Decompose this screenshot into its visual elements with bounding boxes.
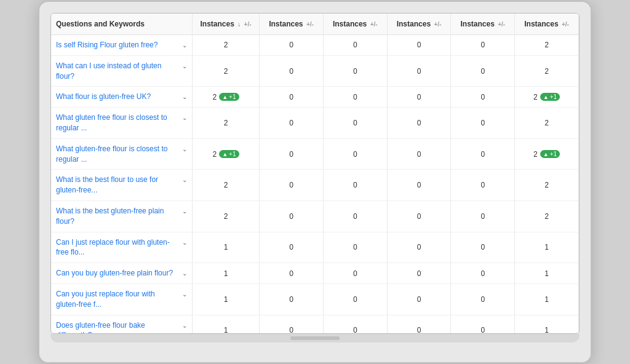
- instance-cell-6: 2: [515, 55, 579, 87]
- instance-cell-3: 0: [323, 87, 387, 108]
- instance-cell-5: 0: [451, 108, 515, 139]
- instance-cell-2: 0: [260, 263, 324, 284]
- header-instances-2[interactable]: Instances +/-: [260, 14, 324, 35]
- instance-cell-5: 0: [451, 263, 515, 284]
- instance-value: 2: [213, 93, 217, 101]
- instance-value: 2: [224, 41, 228, 49]
- chevron-down-icon[interactable]: ⌄: [182, 239, 187, 247]
- instance-value: 0: [289, 41, 293, 49]
- header-instances-4[interactable]: Instances +/-: [387, 14, 451, 35]
- table-row[interactable]: Does gluten-free flour bake differently?…: [51, 315, 579, 333]
- table-row[interactable]: Can you buy gluten-free plain flour?⌄100…: [51, 263, 579, 284]
- question-text: What gluten free flour is closest to reg…: [56, 113, 178, 133]
- chevron-down-icon[interactable]: ⌄: [182, 269, 187, 278]
- instance-cell-3: 0: [323, 138, 387, 170]
- question-cell[interactable]: Can you just replace flour with gluten-f…: [51, 283, 192, 315]
- question-cell[interactable]: Does gluten-free flour bake differently?…: [51, 315, 192, 333]
- instance-cell-6: 1: [515, 232, 579, 263]
- header-instances-6[interactable]: Instances +/-: [515, 14, 579, 35]
- instance-value: 0: [417, 67, 421, 76]
- header-instances-1[interactable]: Instances ↓ +/-: [192, 14, 259, 35]
- instance-value: 0: [353, 181, 357, 189]
- instance-value: 0: [289, 212, 293, 221]
- question-cell[interactable]: Can I just replace flour with gluten-fre…: [51, 232, 192, 263]
- header-instances-5[interactable]: Instances +/-: [451, 14, 515, 35]
- instance-cell-4: 0: [387, 35, 451, 56]
- question-cell[interactable]: What is the best gluten-free plain flour…: [51, 200, 192, 232]
- question-cell[interactable]: What gluten-free flour is closest to reg…: [51, 138, 192, 170]
- chevron-down-icon[interactable]: ⌄: [182, 41, 187, 50]
- instance-cell-3: 0: [323, 263, 387, 284]
- instance-value: 2: [544, 119, 549, 127]
- instance-value: 0: [480, 181, 485, 189]
- instance-value: 0: [353, 269, 357, 278]
- instance-cell-1: 2: [192, 108, 259, 139]
- chevron-down-icon[interactable]: ⌄: [182, 62, 187, 71]
- increase-badge: ▲+1: [219, 150, 239, 158]
- chevron-down-icon[interactable]: ⌄: [182, 322, 187, 330]
- instance-cell-1: 2▲+1: [192, 138, 259, 170]
- instance-value: 1: [544, 326, 549, 333]
- instance-value: 0: [353, 41, 357, 49]
- chevron-down-icon[interactable]: ⌄: [182, 290, 187, 299]
- table-row[interactable]: What gluten-free flour is closest to reg…: [51, 138, 579, 170]
- question-cell[interactable]: What flour is gluten-free UK?⌄: [51, 87, 192, 108]
- instance-value: 0: [417, 93, 421, 101]
- table-row[interactable]: What is the best gluten-free plain flour…: [51, 200, 579, 232]
- instance-value: 0: [417, 243, 421, 251]
- instance-value: 0: [417, 119, 421, 127]
- instance-cell-4: 0: [387, 55, 451, 87]
- instance-value: 0: [480, 212, 485, 221]
- instance-cell-6: 1: [515, 263, 579, 284]
- instance-value: 1: [224, 295, 228, 304]
- instance-value: 2: [224, 67, 228, 76]
- question-text: What can I use instead of gluten flour?: [56, 61, 178, 82]
- data-table: Questions and Keywords Instances ↓ +/- I…: [51, 14, 579, 333]
- instance-value: 1: [544, 295, 549, 304]
- question-cell[interactable]: What gluten free flour is closest to reg…: [51, 108, 192, 139]
- instance-cell-3: 0: [323, 283, 387, 315]
- instance-cell-5: 0: [451, 283, 515, 315]
- instance-cell-1: 2: [192, 200, 259, 232]
- instance-cell-4: 0: [387, 108, 451, 139]
- table-row[interactable]: What is the best flour to use for gluten…: [51, 170, 579, 201]
- table-row[interactable]: What gluten free flour is closest to reg…: [51, 108, 579, 139]
- question-cell[interactable]: What is the best flour to use for gluten…: [51, 170, 192, 201]
- table-row[interactable]: What flour is gluten-free UK?⌄2▲+100002▲…: [51, 87, 579, 108]
- instance-value: 0: [353, 67, 357, 76]
- header-instances-3[interactable]: Instances +/-: [323, 14, 387, 35]
- table-row[interactable]: Is self Rising Flour gluten free?⌄200002: [51, 35, 579, 56]
- instance-value: 2: [224, 119, 228, 127]
- chevron-down-icon[interactable]: ⌄: [182, 93, 187, 101]
- instance-value: 0: [417, 41, 421, 49]
- instance-value: 0: [480, 326, 485, 333]
- instance-cell-1: 2: [192, 35, 259, 56]
- table-row[interactable]: Can I just replace flour with gluten-fre…: [51, 232, 579, 263]
- instance-cell-2: 0: [260, 200, 324, 232]
- table-container[interactable]: Questions and Keywords Instances ↓ +/- I…: [51, 14, 579, 333]
- instance-value: 2: [213, 150, 217, 159]
- chevron-down-icon[interactable]: ⌄: [182, 207, 187, 216]
- instance-value: 0: [289, 326, 293, 333]
- instance-value: 0: [417, 295, 421, 304]
- table-row[interactable]: What can I use instead of gluten flour?⌄…: [51, 55, 579, 87]
- instance-cell-4: 0: [387, 283, 451, 315]
- question-cell[interactable]: What can I use instead of gluten flour?⌄: [51, 55, 192, 87]
- chevron-down-icon[interactable]: ⌄: [182, 176, 187, 184]
- chevron-down-icon[interactable]: ⌄: [182, 114, 187, 122]
- question-cell[interactable]: Is self Rising Flour gluten free?⌄: [51, 35, 192, 56]
- table-row[interactable]: Can you just replace flour with gluten-f…: [51, 283, 579, 315]
- instance-cell-3: 0: [323, 108, 387, 139]
- laptop-base: [50, 334, 580, 342]
- increase-badge: ▲+1: [540, 150, 560, 158]
- instance-value: 1: [224, 269, 228, 278]
- chevron-down-icon[interactable]: ⌄: [182, 145, 187, 154]
- instance-value: 2: [224, 212, 228, 221]
- instance-value: 0: [480, 67, 485, 76]
- instance-cell-4: 0: [387, 263, 451, 284]
- instance-cell-5: 0: [451, 35, 515, 56]
- instance-value: 2: [224, 181, 228, 189]
- instance-value: 0: [353, 150, 357, 159]
- question-cell[interactable]: Can you buy gluten-free plain flour?⌄: [51, 263, 192, 284]
- instance-cell-4: 0: [387, 138, 451, 170]
